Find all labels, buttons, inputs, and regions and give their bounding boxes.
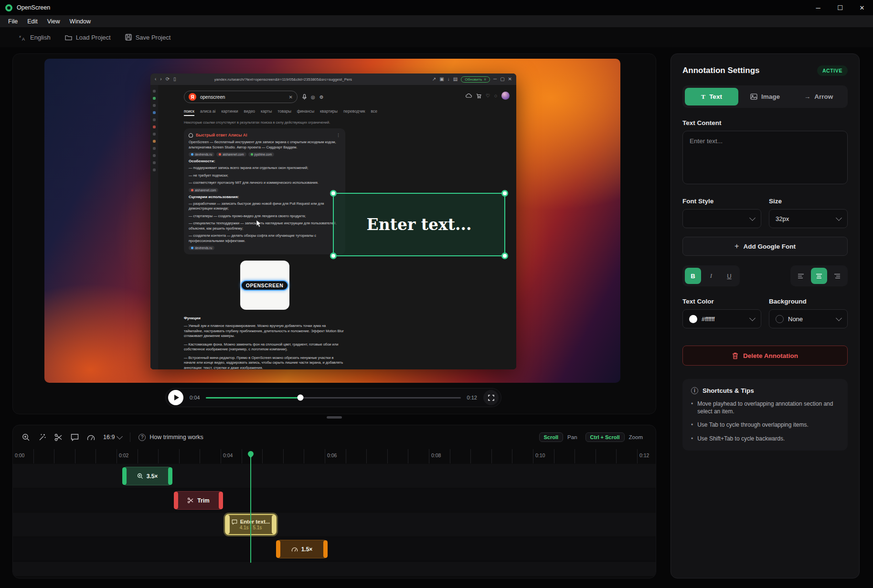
- close-button[interactable]: ✕: [851, 0, 873, 15]
- track-trim[interactable]: [13, 488, 656, 512]
- tab-arrow[interactable]: → Arrow: [792, 88, 845, 105]
- playhead-marker[interactable]: [247, 451, 254, 458]
- track-annotation[interactable]: [13, 513, 656, 536]
- text-style-group: B I U: [682, 265, 740, 286]
- maximize-button[interactable]: ☐: [829, 0, 851, 15]
- cart-icon: [476, 94, 481, 98]
- menu-view[interactable]: View: [43, 17, 65, 26]
- function-line: — Умный зум и плавное панорамирование. М…: [184, 324, 345, 339]
- language-button[interactable]: x A English: [19, 34, 51, 41]
- zoom-clip[interactable]: 3.5×: [122, 467, 172, 485]
- font-size-select[interactable]: 32px: [769, 209, 848, 228]
- aspect-ratio-select[interactable]: 16:9: [103, 434, 122, 441]
- tab-text[interactable]: T Text: [685, 88, 738, 105]
- align-center-button[interactable]: [811, 268, 827, 284]
- timeline-ruler[interactable]: 0:00 0:02 0:04 0:06 0:08 0:10 0:12: [13, 449, 656, 463]
- tab-image[interactable]: Image: [738, 88, 792, 105]
- text-color-select[interactable]: #ffffff: [682, 309, 761, 328]
- clip-left-handle[interactable]: [122, 467, 127, 485]
- resize-handle-nw[interactable]: [330, 190, 337, 197]
- playhead-line[interactable]: [250, 455, 251, 563]
- resize-handle-se[interactable]: [501, 252, 508, 259]
- text-clip-label: Enter text...: [240, 519, 270, 525]
- tab-arrow-label: Arrow: [814, 93, 833, 100]
- app-toolbar: x A English Load Project Save Project: [0, 27, 873, 47]
- alice-icon: ◎: [311, 94, 315, 100]
- clip-left-handle[interactable]: [225, 515, 230, 534]
- italic-button[interactable]: I: [703, 268, 719, 284]
- text-content-label: Text Content: [682, 119, 848, 126]
- yandex-logo-icon: Я: [189, 93, 196, 101]
- add-zoom-icon[interactable]: [22, 433, 30, 441]
- text-content-input[interactable]: [682, 131, 848, 184]
- track-speed[interactable]: [13, 537, 656, 561]
- browser-maximize-icon: ▢: [500, 77, 504, 82]
- track-zoom[interactable]: [13, 464, 656, 488]
- seek-thumb[interactable]: [297, 395, 303, 401]
- clip-right-handle[interactable]: [219, 492, 223, 509]
- app-title: OpenScreen: [17, 4, 50, 11]
- source-chips: devtrends.ru aisharenet.com pyshine.com: [189, 152, 341, 157]
- sidebar-dot-icon: [153, 140, 156, 143]
- zoom-clip-label: 3.5×: [147, 473, 158, 480]
- minimize-button[interactable]: ─: [807, 0, 829, 15]
- fullscreen-icon: [488, 395, 494, 401]
- tab-finance: финансы: [297, 109, 314, 116]
- clip-left-handle[interactable]: [174, 492, 178, 509]
- delete-annotation-button[interactable]: Delete Annotation: [682, 346, 848, 366]
- text-annotation-box[interactable]: Enter text...: [333, 193, 505, 256]
- clip-right-handle[interactable]: [272, 515, 276, 534]
- timeline-panel: 16:9 ? How trimming works Scroll Pan Ctr…: [12, 425, 656, 578]
- background-select[interactable]: None: [769, 309, 848, 328]
- add-google-font-button[interactable]: + Add Google Font: [682, 237, 848, 256]
- font-style-select[interactable]: [682, 209, 761, 228]
- menu-file[interactable]: File: [3, 17, 22, 26]
- align-left-button[interactable]: [793, 268, 809, 284]
- underline-button[interactable]: U: [721, 268, 737, 284]
- seek-slider[interactable]: [206, 397, 460, 399]
- clip-right-handle[interactable]: [323, 540, 328, 558]
- magic-wand-icon[interactable]: [38, 433, 46, 441]
- resize-handle-ne[interactable]: [501, 190, 508, 197]
- total-time: 0:12: [467, 395, 477, 400]
- search-query: openscreen: [200, 94, 285, 100]
- annotation-comment-icon[interactable]: [71, 433, 79, 441]
- clip-right-handle[interactable]: [168, 467, 172, 485]
- timeline-hints: Scroll Pan Ctrl + Scroll Zoom: [539, 432, 647, 442]
- trimming-help-link[interactable]: ? How trimming works: [138, 434, 203, 441]
- source-chip: devtrends.ru: [189, 246, 214, 250]
- ruler-tick: 0:00: [15, 452, 24, 458]
- add-google-font-label: Add Google Font: [743, 243, 795, 250]
- play-button[interactable]: [168, 390, 183, 405]
- speed-clip[interactable]: 1.5×: [276, 540, 328, 558]
- track-empty[interactable]: [13, 562, 656, 576]
- load-project-button[interactable]: Load Project: [65, 34, 111, 41]
- align-right-button[interactable]: [829, 268, 845, 284]
- tip-item: •Use Shift+Tab to cycle backwards.: [691, 435, 839, 442]
- menu-edit[interactable]: Edit: [22, 17, 43, 26]
- timeline-toolbar: 16:9 ? How trimming works Scroll Pan Ctr…: [13, 425, 656, 449]
- save-project-button[interactable]: Save Project: [125, 34, 171, 41]
- play-icon: [174, 395, 179, 400]
- scissors-icon[interactable]: [54, 433, 63, 441]
- restriction-notice: Некоторые ссылки отсутствуют в результат…: [184, 120, 345, 125]
- size-label: Size: [769, 198, 848, 205]
- fullscreen-button[interactable]: [483, 390, 499, 405]
- speed-gauge-icon[interactable]: [87, 434, 95, 441]
- clip-left-handle[interactable]: [276, 540, 280, 558]
- annotation-type-tabs: T Text Image → Arrow: [682, 85, 848, 108]
- align-left-icon: [798, 273, 804, 279]
- scroll-key-badge: Scroll: [539, 432, 564, 442]
- menu-window[interactable]: Window: [65, 17, 96, 26]
- shortcuts-tips-card: i Shortcuts & Tips •Move playhead to ove…: [682, 379, 848, 451]
- search-extra-icons: ◎ ⚙: [302, 94, 324, 100]
- tab-translate: переводчик: [343, 109, 365, 116]
- trim-clip[interactable]: Trim: [174, 491, 223, 510]
- panel-resize-handle[interactable]: [327, 416, 342, 419]
- video-canvas[interactable]: ‹ › ⟳ ▯ yandex.ru/search/?text=openscree…: [44, 59, 620, 383]
- tip-item: •Move playhead to overlapping annotation…: [691, 400, 839, 415]
- resize-handle-sw[interactable]: [330, 252, 337, 259]
- sidebar-dot-icon: [153, 97, 156, 100]
- bold-button[interactable]: B: [685, 268, 701, 284]
- yandex-search-row: Я openscreen ✕ ◎ ⚙: [184, 91, 324, 103]
